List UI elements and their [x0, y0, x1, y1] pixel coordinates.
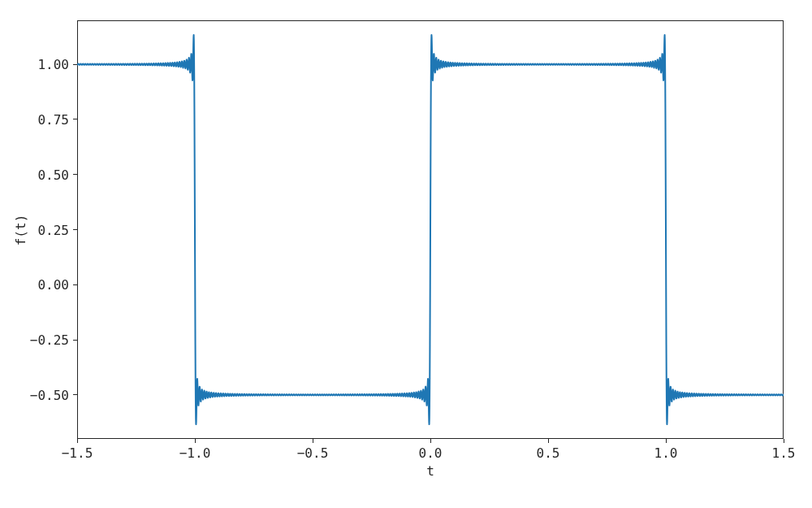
- x-tick-label: −1.5: [62, 445, 93, 461]
- x-tick-label: −0.5: [297, 445, 329, 461]
- y-tick-label: 0.50: [37, 167, 69, 182]
- x-tick: [195, 439, 196, 443]
- y-tick: [73, 64, 77, 65]
- figure: −1.5−1.0−0.50.00.51.01.5−0.50−0.250.000.…: [0, 0, 812, 508]
- y-tick: [73, 229, 77, 230]
- y-axis-label: f(t): [13, 214, 28, 245]
- y-tick-label: 0.75: [37, 111, 69, 127]
- line-plot: [0, 0, 812, 508]
- x-tick-label: 0.0: [419, 445, 443, 461]
- x-tick: [548, 439, 549, 443]
- y-tick: [73, 174, 77, 175]
- x-tick-label: 1.5: [772, 445, 796, 461]
- y-tick-label: 1.00: [37, 57, 69, 72]
- y-tick: [73, 119, 77, 119]
- x-tick-label: 0.5: [537, 445, 560, 461]
- y-tick-label: 0.25: [37, 222, 69, 237]
- y-tick: [73, 340, 77, 341]
- x-tick: [666, 439, 667, 443]
- y-tick-label: −0.50: [30, 387, 69, 402]
- x-axis-label: t: [426, 463, 434, 479]
- y-tick: [73, 394, 77, 395]
- y-tick-label: −0.25: [30, 332, 69, 348]
- x-tick: [77, 439, 78, 443]
- x-tick-label: 1.0: [654, 445, 678, 461]
- x-tick: [784, 439, 784, 443]
- x-tick: [313, 439, 313, 443]
- y-tick-label: 0.00: [37, 277, 69, 293]
- y-tick: [73, 284, 77, 285]
- series-line: [77, 35, 784, 424]
- x-tick: [430, 439, 431, 443]
- x-tick-label: −1.0: [179, 445, 211, 461]
